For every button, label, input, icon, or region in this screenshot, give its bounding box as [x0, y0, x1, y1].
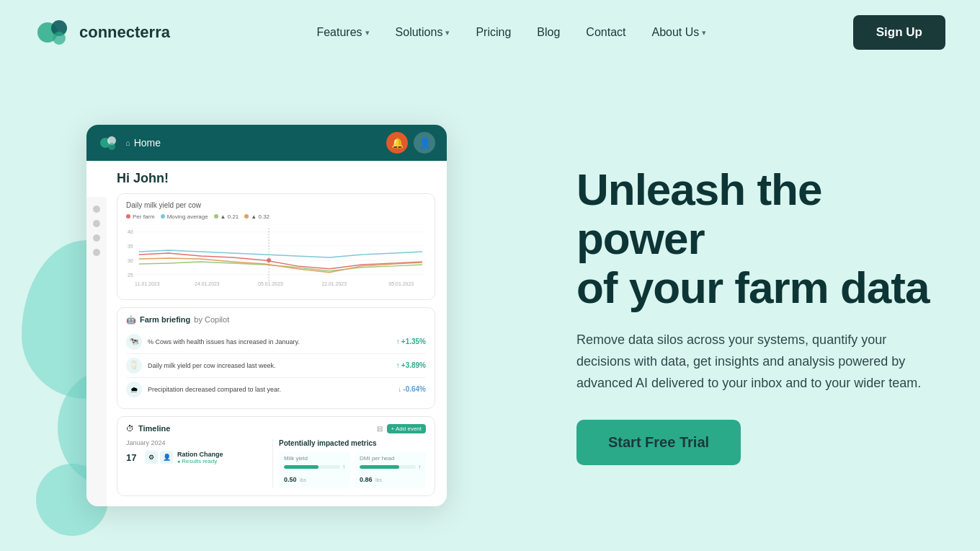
timeline-header: ⏱ Timeline ⊟ + Add event	[126, 424, 426, 433]
event-status: Results ready	[177, 458, 267, 464]
logo[interactable]: connecterra	[35, 14, 170, 51]
logo-icon	[35, 14, 72, 51]
start-trial-button[interactable]: Start Free Trial	[576, 420, 741, 465]
svg-text:05.01.2023: 05.01.2023	[258, 281, 283, 286]
metric-name-milk: Milk yield	[284, 455, 345, 462]
briefing-value-3: -0.64%	[398, 385, 426, 393]
hero-subtext: Remove data silos across your systems, q…	[576, 330, 922, 394]
legend-item: Per farm	[126, 213, 155, 220]
nav-item-solutions[interactable]: Solutions ▾	[396, 26, 450, 39]
chart-section: Daily milk yield per cow Per farm Moving…	[117, 193, 435, 300]
nav-links: Features ▾ Solutions ▾ Pricing Blog Cont…	[316, 26, 706, 39]
dashboard-greeting: Hi John!	[117, 171, 435, 186]
user-icon: 👤	[414, 132, 435, 154]
svg-text:24.01.2023: 24.01.2023	[195, 281, 220, 286]
hero-headline: Unleash the power of your farm data	[576, 165, 937, 313]
briefing-row-3: 🌧 Precipitation decreased compared to la…	[126, 378, 426, 401]
timeline-section: ⏱ Timeline ⊟ + Add event January 2024 17	[117, 416, 435, 496]
copilot-label: by Copilot	[194, 315, 229, 324]
arrow-down-icon	[398, 385, 401, 393]
event-icon-ration: ⚙	[145, 451, 158, 464]
nav-item-blog[interactable]: Blog	[537, 26, 560, 39]
legend-item: ▲ 0.32	[244, 213, 270, 220]
svg-point-2	[53, 32, 66, 45]
dashboard-header: ⌂ Home 🔔 👤	[86, 125, 447, 161]
briefing-icon-health: 🐄	[126, 334, 142, 350]
metric-bar-fill-milk	[284, 465, 318, 469]
dashboard-content: Hi John! Daily milk yield per cow Per fa…	[86, 161, 447, 506]
dashboard-home-label: ⌂ Home	[125, 137, 379, 149]
event-icons: ⚙ 👤	[145, 451, 173, 464]
clock-icon: ⏱	[126, 424, 134, 433]
briefing-icon-milk: 🥛	[126, 358, 142, 374]
metric-card-dmi: DMI per head ↑ 0.86	[355, 451, 426, 488]
nav-item-pricing[interactable]: Pricing	[476, 26, 511, 39]
legend-item: Moving average	[161, 213, 208, 220]
hero-section: ⌂ Home 🔔 👤 Hi John!	[0, 65, 980, 551]
arrow-up-icon	[396, 338, 400, 345]
sidebar-dot	[93, 220, 100, 227]
sidebar-dot	[93, 249, 100, 256]
dash-logo-icon	[98, 133, 118, 153]
briefing-value-1: +1.35%	[396, 338, 426, 345]
add-event-button[interactable]: + Add event	[387, 424, 426, 433]
chart-title: Daily milk yield per cow	[126, 201, 426, 209]
signup-button[interactable]: Sign Up	[853, 15, 945, 50]
metric-bar-fill-dmi	[360, 465, 399, 469]
trend-up-icon: ↑	[342, 464, 345, 470]
dashboard-mockup: ⌂ Home 🔔 👤 Hi John!	[43, 125, 425, 506]
trend-up-icon: ↑	[418, 464, 421, 470]
svg-text:30: 30	[128, 257, 133, 263]
farm-briefing-section: 🤖 Farm briefing by Copilot 🐄 % Cows with…	[117, 307, 435, 409]
metrics-grid: Milk yield ↑ 0.50	[279, 451, 426, 488]
chevron-down-icon: ▾	[365, 28, 370, 38]
arrow-up-icon	[396, 361, 400, 369]
notification-icon: 🔔	[386, 132, 408, 154]
svg-point-15	[267, 257, 271, 262]
navbar: connecterra Features ▾ Solutions ▾ Prici…	[0, 0, 980, 65]
briefing-row-2: 🥛 Daily milk yield per cow increased las…	[126, 354, 426, 378]
event-name: Ration Change	[177, 451, 267, 458]
nav-item-features[interactable]: Features ▾	[316, 26, 369, 39]
metric-unit-milk: lbs	[300, 477, 306, 482]
metric-name-dmi: DMI per head	[360, 455, 421, 462]
chart-svg: 25 30 35 40	[126, 224, 426, 289]
timeline-title: Timeline	[138, 424, 373, 433]
briefing-value-2: +3.89%	[396, 361, 426, 369]
svg-text:40: 40	[128, 229, 133, 234]
hero-text: Unleash the power of your farm data Remo…	[533, 165, 937, 466]
metric-unit-dmi: lbs	[375, 477, 382, 482]
metric-value-milk: 0.50	[284, 476, 297, 483]
svg-text:35: 35	[128, 244, 133, 249]
chart-legend: Per farm Moving average ▲ 0.21 ▲ 0.32	[126, 213, 426, 220]
svg-text:25: 25	[128, 272, 133, 277]
svg-text:11.01.2023: 11.01.2023	[135, 281, 160, 286]
nav-item-contact[interactable]: Contact	[586, 26, 625, 39]
metric-value-dmi: 0.86	[360, 476, 373, 483]
metric-bar-dmi: ↑	[360, 464, 421, 470]
metric-card-milk: Milk yield ↑ 0.50	[279, 451, 350, 488]
legend-item: ▲ 0.21	[214, 213, 239, 220]
timeline-month: January 2024	[126, 439, 267, 446]
filter-icon: ⊟	[377, 425, 383, 433]
sidebar-dot	[93, 234, 100, 242]
timeline-left: January 2024 17 ⚙ 👤 Ration Change	[126, 439, 273, 488]
metric-bar-milk: ↑	[284, 464, 345, 470]
brand-name: connecterra	[79, 23, 170, 42]
svg-text:05.01.2023: 05.01.2023	[388, 281, 414, 286]
briefing-row-1: 🐄 % Cows with health issues has increase…	[126, 330, 426, 354]
chevron-down-icon: ▾	[445, 28, 450, 38]
svg-text:22.01.2023: 22.01.2023	[321, 281, 347, 286]
briefing-title: 🤖 Farm briefing by Copilot	[126, 315, 426, 325]
timeline-right: Potentially impacted metrics Milk yield	[279, 439, 426, 488]
timeline-event: 17 ⚙ 👤 Ration Change Results ready	[126, 451, 267, 464]
event-day: 17	[126, 452, 141, 463]
sidebar-dots	[86, 197, 107, 506]
sidebar-dot	[93, 206, 100, 213]
dashboard-card: ⌂ Home 🔔 👤 Hi John!	[86, 125, 447, 506]
chevron-down-icon: ▾	[702, 28, 706, 38]
timeline-grid: January 2024 17 ⚙ 👤 Ration Change	[126, 439, 426, 488]
svg-point-5	[108, 143, 115, 150]
dashboard-body: Hi John! Daily milk yield per cow Per fa…	[86, 161, 447, 506]
nav-item-about[interactable]: About Us ▾	[651, 26, 706, 39]
